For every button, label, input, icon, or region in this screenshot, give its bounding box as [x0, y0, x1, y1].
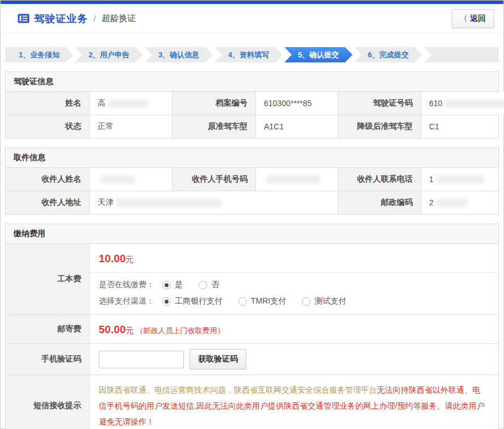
- step-4-fill-materials[interactable]: 4、资料填写: [215, 47, 283, 62]
- file-number-value: 610300****85: [255, 92, 338, 115]
- postage-fee-content: 50.00元（邮政人员上门收取费用）: [89, 315, 498, 343]
- downgraded-class-label: 降级后准驾车型: [338, 115, 421, 138]
- redacted-blur: [267, 175, 321, 184]
- pickup-info-title: 取件信息: [6, 148, 498, 168]
- sms-code-row: 手机验证码 获取验证码: [6, 343, 498, 375]
- breadcrumb: 驾驶证业务 / 超龄换证: [18, 12, 136, 26]
- recipient-name-value: [89, 168, 172, 191]
- radio-online-no-label: 否: [211, 280, 219, 290]
- step-1-business-notice[interactable]: 1、业务须知: [5, 47, 73, 62]
- radio-online-yes[interactable]: 是: [162, 280, 183, 290]
- original-class-value: A1C1: [255, 115, 338, 138]
- recipient-phone-value: 1: [421, 168, 498, 191]
- get-sms-code-button[interactable]: 获取验证码: [190, 349, 246, 369]
- license-info-section: 驾驶证信息 姓名 高 档案编号 610300****85 驾驶证号码 610 状…: [5, 72, 499, 138]
- postage-fee-label: 邮寄费: [6, 315, 89, 343]
- recipient-address-label: 收件人地址: [6, 191, 89, 214]
- breadcrumb-separator: /: [94, 14, 96, 23]
- step-bar-filler: [424, 47, 499, 62]
- radio-channel-icbc[interactable]: 工商银行支付: [162, 296, 222, 306]
- postage-fee-unit: 元: [126, 326, 134, 335]
- table-row: 状态 正常 原准驾车型 A1C1 降级后准驾车型 C1: [6, 115, 498, 138]
- production-fee-amount-line: 10.00元: [90, 244, 498, 272]
- sms-notice-row: 短信接收提示 因陕西省联通、电信运营商技术问题，陕西省互联网交通安全综合服务管理…: [6, 375, 498, 429]
- radio-online-yes-label: 是: [175, 280, 183, 290]
- license-number-value: 610: [421, 92, 504, 115]
- radio-icon: [199, 281, 207, 289]
- radio-channel-icbc-label: 工商银行支付: [175, 296, 222, 306]
- step-navigation: 1、业务须知 2、用户申告 3、确认信息 4、资料填写 5、确认提交 6、完成提…: [5, 47, 499, 62]
- payment-channel-question-line: 选择支付渠道： 工商银行支付 TMRI支付 测试支付: [99, 296, 489, 306]
- radio-icon: [302, 297, 310, 306]
- payment-options: 是否在线缴费： 是 否 选择支付渠道：: [90, 273, 498, 314]
- recipient-name-label: 收件人姓名: [6, 168, 89, 191]
- postage-fee-row: 邮寄费 50.00元（邮政人员上门收取费用）: [6, 314, 498, 343]
- postal-code-label: 邮政编码: [338, 191, 421, 214]
- postal-code-value: 2: [421, 191, 498, 214]
- back-button[interactable]: 〈 返回: [452, 9, 494, 28]
- license-business-icon: [18, 14, 30, 23]
- production-fee-row: 工本费 10.00元 是否在线缴费： 是 否: [6, 244, 498, 314]
- radio-icon: [162, 281, 171, 289]
- redacted-blur: [116, 199, 221, 207]
- postage-fee-amount: 50.00: [99, 323, 126, 335]
- recipient-address-value: 天津: [89, 191, 338, 214]
- table-row: 收件人姓名 收件人手机号码 收件人联系电话 1: [6, 168, 498, 191]
- radio-icon: [162, 297, 171, 306]
- recipient-mobile-label: 收件人手机号码: [172, 168, 255, 191]
- original-class-label: 原准驾车型: [172, 115, 255, 138]
- postage-fee-note: （邮政人员上门收取费用）: [136, 326, 225, 335]
- payment-title: 缴纳费用: [6, 224, 498, 244]
- recipient-phone-label: 收件人联系电话: [338, 168, 421, 191]
- sms-code-input[interactable]: [99, 351, 184, 368]
- status-label: 状态: [6, 115, 89, 138]
- radio-icon: [238, 297, 247, 306]
- back-chevron-icon: 〈: [461, 14, 467, 24]
- step-3-confirm-info[interactable]: 3、确认信息: [145, 47, 213, 62]
- production-fee-amount: 10.00: [99, 253, 126, 264]
- pickup-info-section: 取件信息 收件人姓名 收件人手机号码 收件人联系电话 1 收件人地址 天津 邮政…: [5, 148, 499, 214]
- redacted-blur: [100, 175, 135, 184]
- name-value: 高: [89, 92, 172, 115]
- online-payment-question: 是否在线缴费：: [99, 280, 154, 290]
- file-number-label: 档案编号: [172, 92, 255, 115]
- radio-channel-test[interactable]: 测试支付: [302, 296, 346, 306]
- redacted-blur: [436, 199, 468, 207]
- table-row: 姓名 高 档案编号 610300****85 驾驶证号码 610: [6, 92, 498, 115]
- step-2-user-declaration[interactable]: 2、用户申告: [75, 47, 143, 62]
- step-5-confirm-submit[interactable]: 5、确认提交: [284, 47, 352, 62]
- page-title: 驾驶证业务: [34, 12, 88, 26]
- recipient-mobile-value: [255, 168, 338, 191]
- status-value: 正常: [89, 115, 172, 138]
- radio-online-no[interactable]: 否: [199, 280, 219, 290]
- production-fee-content: 10.00元 是否在线缴费： 是 否: [89, 244, 498, 314]
- page-subtitle: 超龄换证: [102, 13, 136, 24]
- payment-section: 缴纳费用 工本费 10.00元 是否在线缴费： 是: [5, 224, 499, 429]
- step-6-complete-submit[interactable]: 6、完成提交: [354, 47, 422, 62]
- sms-notice-content: 因陕西省联通、电信运营商技术问题，陕西省互联网交通安全综合服务管理平台无法向持陕…: [89, 375, 498, 429]
- sms-notice-label: 短信接收提示: [6, 375, 89, 429]
- online-payment-question-line: 是否在线缴费： 是 否: [99, 280, 489, 290]
- payment-channel-question: 选择支付渠道：: [99, 296, 154, 306]
- sms-code-content: 获取验证码: [89, 344, 498, 375]
- radio-channel-test-label: 测试支付: [314, 296, 346, 306]
- name-label: 姓名: [6, 92, 89, 115]
- page-header: 驾驶证业务 / 超龄换证 〈 返回: [1, 4, 503, 33]
- back-button-label: 返回: [470, 14, 486, 24]
- license-info-title: 驾驶证信息: [6, 72, 498, 92]
- license-number-label: 驾驶证号码: [338, 92, 421, 115]
- production-fee-unit: 元: [126, 255, 134, 264]
- sms-notice-text-brown: 因陕西省联通、电信运营商技术问题，陕西省互联网交通安全综合服务管理平台: [99, 385, 377, 394]
- redacted-blur: [445, 99, 504, 108]
- redacted-blur: [436, 175, 485, 184]
- production-fee-label: 工本费: [6, 244, 89, 314]
- radio-channel-tmri[interactable]: TMRI支付: [238, 296, 286, 306]
- page: 驾驶证业务 / 超龄换证 〈 返回 1、业务须知 2、用户申告 3、确认信息 4…: [0, 0, 504, 429]
- redacted-blur: [108, 99, 148, 108]
- table-row: 收件人地址 天津 邮政编码 2: [6, 191, 498, 214]
- downgraded-class-value: C1: [421, 115, 498, 138]
- radio-channel-tmri-label: TMRI支付: [251, 296, 286, 306]
- sms-code-label: 手机验证码: [6, 344, 89, 375]
